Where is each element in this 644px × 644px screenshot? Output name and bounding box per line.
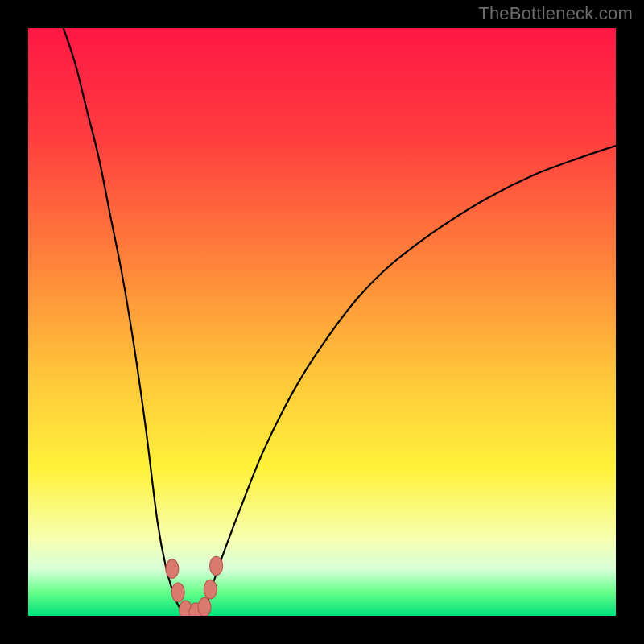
marker-point [204, 580, 217, 598]
chart-frame: TheBottleneck.com [0, 0, 644, 644]
gradient-background [28, 28, 616, 616]
marker-point [210, 556, 223, 575]
marker-point [198, 597, 211, 616]
watermark-label: TheBottleneck.com [478, 3, 633, 24]
marker-point [171, 583, 184, 601]
marker-point [166, 559, 179, 578]
bottleneck-chart [28, 28, 616, 616]
